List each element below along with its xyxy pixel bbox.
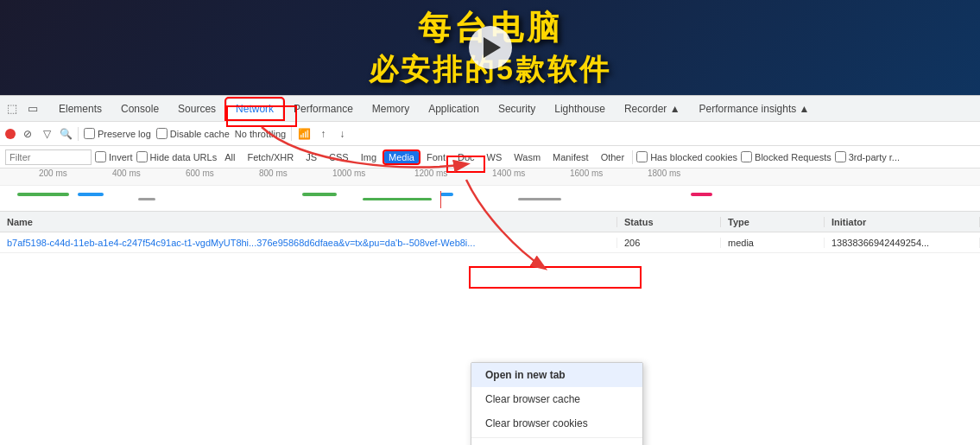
context-clear-cache[interactable]: Clear browser cache (471, 387, 642, 411)
timeline-bar-5 (363, 198, 432, 200)
devtools-panel: ⬚ ▭ Elements Console Sources Network Per… (0, 95, 980, 445)
header-initiator: Initiator (825, 217, 980, 227)
upload-icon[interactable]: ↑ (316, 127, 330, 141)
tab-security[interactable]: Security (490, 99, 544, 118)
timeline-bar-2 (78, 193, 104, 196)
blocked-requests-input[interactable] (741, 151, 752, 162)
ruler-1200: 1200 ms (414, 168, 447, 178)
wifi-icon[interactable]: 📶 (297, 127, 311, 141)
no-throttling-text[interactable]: No throttling (235, 129, 286, 139)
tab-performance-insights[interactable]: Performance insights ▲ (691, 99, 819, 118)
context-menu: Open in new tab Clear browser cache Clea… (471, 362, 643, 445)
context-copy[interactable]: Copy ▶ (471, 440, 642, 445)
ruler-1800: 1800 ms (648, 168, 680, 178)
filter-bar: Invert Hide data URLs All Fetch/XHR JS C… (0, 146, 980, 168)
timeline-bar-3 (138, 198, 155, 200)
filter-manifest[interactable]: Manifest (548, 151, 593, 163)
header-name: Name (0, 217, 617, 227)
tab-application[interactable]: Application (420, 99, 488, 118)
ruler-200: 200 ms (39, 168, 67, 178)
tab-sources[interactable]: Sources (169, 99, 224, 118)
devtools-icon-group: ⬚ ▭ (3, 100, 41, 118)
timeline-bar-1 (17, 193, 69, 196)
record-button[interactable] (5, 129, 16, 139)
context-menu-divider (471, 437, 642, 438)
cell-type: media (721, 238, 825, 248)
hide-data-label: Hide data URLs (150, 152, 218, 162)
has-blocked-label: Has blocked cookies (650, 152, 737, 162)
filter-ws[interactable]: WS (483, 151, 507, 163)
invert-input[interactable] (95, 151, 106, 162)
blocked-requests-label: Blocked Requests (755, 152, 831, 162)
timeline-bar-8 (691, 193, 712, 196)
ruler-600: 600 ms (186, 168, 214, 178)
disable-cache-input[interactable] (156, 128, 168, 139)
third-party-input[interactable] (835, 151, 846, 162)
timeline-ruler: 200 ms 400 ms 600 ms 800 ms 1000 ms 1200… (0, 168, 980, 186)
filter-other[interactable]: Other (597, 151, 629, 163)
has-blocked-check[interactable]: Has blocked cookies (636, 151, 737, 162)
filter-fetch-xhr[interactable]: Fetch/XHR (243, 151, 298, 163)
video-area: 每台电脑 必安排的5款软件 (0, 0, 980, 95)
preserve-log-input[interactable] (84, 128, 95, 139)
filter-all[interactable]: All (220, 151, 239, 163)
play-icon (484, 37, 501, 58)
timeline-marker (440, 191, 441, 208)
hide-data-input[interactable] (136, 151, 148, 162)
filter-css[interactable]: CSS (325, 151, 353, 163)
ruler-400: 400 ms (112, 168, 141, 178)
invert-check[interactable]: Invert (95, 151, 133, 162)
filter-doc[interactable]: Doc (453, 151, 479, 163)
filter-input[interactable] (5, 149, 92, 165)
filter-media[interactable]: Media (384, 151, 419, 163)
ruler-800: 800 ms (259, 168, 288, 178)
filter-button[interactable]: ▽ (40, 127, 54, 141)
preserve-log-label: Preserve log (98, 129, 151, 139)
clear-button[interactable]: ⊘ (21, 127, 35, 141)
tab-recorder[interactable]: Recorder ▲ (616, 99, 689, 118)
disable-cache-check[interactable]: Disable cache (156, 128, 230, 139)
cell-name: b7af5198-c44d-11eb-a1e4-c247f54c91ac-t1-… (0, 238, 617, 248)
ruler-1000: 1000 ms (332, 168, 365, 178)
third-party-check[interactable]: 3rd-party r... (835, 151, 900, 162)
has-blocked-input[interactable] (636, 151, 648, 162)
tab-console[interactable]: Console (112, 99, 168, 118)
tab-network[interactable]: Network (226, 99, 283, 119)
download-icon[interactable]: ↓ (335, 127, 349, 141)
filter-divider (632, 150, 633, 164)
hide-data-urls-check[interactable]: Hide data URLs (136, 151, 218, 162)
ruler-1400: 1400 ms (492, 168, 525, 178)
ruler-1600: 1600 ms (570, 168, 603, 178)
filter-img[interactable]: Img (357, 151, 381, 163)
context-clear-cookies[interactable]: Clear browser cookies (471, 411, 642, 435)
divider-1 (78, 127, 79, 141)
third-party-label: 3rd-party r... (849, 152, 900, 162)
tab-elements[interactable]: Elements (50, 99, 111, 118)
filter-font[interactable]: Font (422, 151, 450, 163)
timeline-bars-area (0, 186, 980, 212)
tab-lighthouse[interactable]: Lighthouse (546, 99, 614, 118)
inspect-icon[interactable]: ⬚ (3, 100, 21, 118)
blocked-requests-check[interactable]: Blocked Requests (741, 151, 831, 162)
table-row[interactable]: b7af5198-c44d-11eb-a1e4-c247f54c91ac-t1-… (0, 232, 980, 253)
cell-initiator: 13838366942449254... (825, 238, 980, 248)
preserve-log-check[interactable]: Preserve log (84, 128, 151, 139)
table-header: Name Status Type Initiator (0, 212, 980, 232)
cell-status: 206 (617, 238, 721, 248)
tab-memory[interactable]: Memory (364, 99, 418, 118)
timeline-bar-6 (440, 193, 453, 196)
timeline-bar-7 (518, 198, 561, 200)
device-icon[interactable]: ▭ (24, 100, 41, 118)
invert-label: Invert (109, 152, 133, 162)
network-timeline: 200 ms 400 ms 600 ms 800 ms 1000 ms 1200… (0, 168, 980, 212)
header-type: Type (721, 217, 825, 227)
play-button[interactable] (469, 26, 512, 69)
devtools-tab-bar: ⬚ ▭ Elements Console Sources Network Per… (0, 96, 980, 122)
timeline-bar-4 (302, 193, 337, 196)
tab-performance[interactable]: Performance (285, 99, 362, 118)
filter-wasm[interactable]: Wasm (509, 151, 545, 163)
disable-cache-label: Disable cache (170, 129, 230, 139)
search-button[interactable]: 🔍 (59, 127, 73, 141)
filter-js[interactable]: JS (301, 151, 321, 163)
context-open-new-tab[interactable]: Open in new tab (471, 363, 642, 387)
